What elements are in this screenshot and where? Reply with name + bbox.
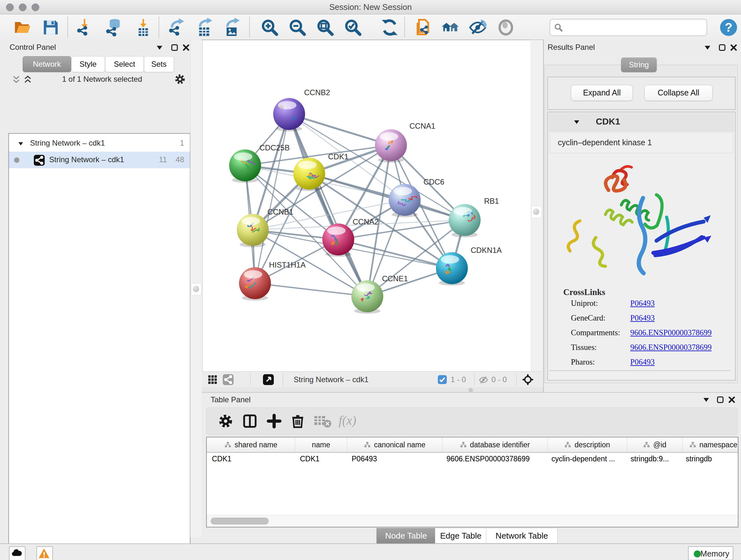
table-row[interactable]: CDK1CDK1P064939606.ENSP00000378699cyclin… — [207, 453, 738, 465]
selected-nodes-checkbox[interactable] — [438, 375, 447, 384]
column-header-sharedname[interactable]: shared name — [207, 437, 295, 452]
open-in-browser-icon[interactable] — [263, 374, 274, 385]
import-network-from-database-icon[interactable] — [105, 18, 123, 37]
collection-expand-caret-icon[interactable] — [17, 140, 24, 147]
left-splitter-handle[interactable] — [191, 283, 201, 295]
column-header-id[interactable]: @id — [627, 437, 683, 452]
zoom-selected-icon[interactable] — [344, 18, 362, 37]
expand-all-tree-icon[interactable] — [23, 75, 32, 84]
table-cell[interactable]: stringdb — [681, 453, 741, 465]
network-canvas[interactable]: CCNB2CCNA1CDC25BCDK1CDC6RB1CCNB1CCNA2CDK… — [202, 40, 531, 372]
refresh-view-icon[interactable] — [381, 18, 399, 37]
collapse-all-tree-icon[interactable] — [11, 75, 21, 84]
column-header-databaseidentifier[interactable]: database identifier — [442, 437, 548, 452]
crosslink-link[interactable]: 9606.ENSP00000378699 — [630, 328, 712, 337]
network-node-ccna1[interactable]: CCNA1 — [375, 122, 435, 163]
collapse-all-button[interactable]: Collapse All — [644, 85, 713, 101]
tab-style[interactable]: Style — [71, 56, 105, 72]
import-table-from-file-icon[interactable] — [134, 18, 152, 37]
right-splitter-handle[interactable] — [531, 206, 542, 218]
protein-collapse-caret-icon[interactable] — [573, 118, 581, 126]
warning-status-button[interactable] — [37, 546, 53, 560]
import-network-from-file-icon[interactable] — [75, 18, 94, 37]
float-panel-icon[interactable] — [716, 395, 724, 404]
left-splitter[interactable] — [190, 40, 202, 537]
tab-node-table[interactable]: Node Table — [377, 528, 435, 543]
column-header-namespace[interactable]: namespace — [683, 437, 741, 452]
search-input[interactable] — [565, 21, 703, 34]
export-table-icon[interactable] — [195, 18, 214, 37]
network-node-count: 11 — [159, 155, 167, 164]
close-panel-icon[interactable] — [182, 44, 190, 52]
network-node-ccnb1[interactable]: CCNB1 — [237, 207, 293, 247]
table-header-row[interactable]: shared namenamecanonical namedatabase id… — [207, 437, 738, 453]
table-cell[interactable]: 9606.ENSP00000378699 — [441, 453, 546, 465]
table-cell[interactable]: stringdb:9... — [625, 453, 681, 465]
table-options-gear-icon[interactable] — [218, 414, 233, 429]
tab-network-table[interactable]: Network Table — [486, 528, 557, 543]
tab-string[interactable]: String — [621, 57, 657, 72]
column-header-description[interactable]: description — [548, 437, 627, 452]
zoom-fit-icon[interactable] — [316, 18, 334, 37]
protein-header-row[interactable]: CDK1 — [549, 113, 734, 131]
table-cell[interactable]: cyclin-dependent ... — [546, 453, 625, 465]
panel-menu-caret-icon[interactable] — [155, 44, 164, 52]
search-field[interactable] — [549, 19, 707, 36]
zoom-in-icon[interactable] — [260, 18, 279, 37]
crosslink-link[interactable]: P06493 — [630, 299, 655, 308]
network-node-hist1h1a[interactable]: HIST1H1A — [239, 260, 306, 301]
fit-content-crosshair-icon[interactable] — [522, 374, 534, 385]
crosslink-link[interactable]: P06493 — [630, 358, 655, 367]
close-panel-icon[interactable] — [728, 395, 736, 404]
svg-text:?: ? — [725, 20, 732, 34]
crosslink-link[interactable]: P06493 — [630, 314, 655, 322]
table-cell[interactable]: CDK1 — [207, 453, 295, 465]
add-column-icon[interactable] — [266, 414, 282, 429]
show-all-icon[interactable] — [496, 18, 515, 37]
birds-eye-grid-icon[interactable] — [207, 374, 218, 385]
float-panel-icon[interactable] — [171, 44, 179, 52]
scrollbar-thumb[interactable] — [211, 517, 269, 524]
show-columns-icon[interactable] — [242, 414, 258, 429]
float-panel-icon[interactable] — [718, 44, 726, 52]
horizontal-scrollbar[interactable] — [207, 515, 738, 527]
network-edge[interactable] — [289, 114, 391, 145]
panel-menu-caret-icon[interactable] — [702, 395, 711, 404]
panel-menu-caret-icon[interactable] — [703, 44, 712, 52]
node-label: CDC6 — [423, 178, 444, 186]
tab-edge-table[interactable]: Edge Table — [435, 528, 487, 543]
open-session-icon[interactable] — [13, 18, 32, 37]
table-cell[interactable]: CDK1 — [295, 453, 347, 465]
first-neighbors-icon[interactable] — [441, 18, 460, 37]
right-splitter[interactable] — [530, 40, 542, 371]
network-node-cdkn1a[interactable]: CDKN1A — [436, 246, 502, 286]
network-row-selected[interactable]: String Network – cdk1 11 48 — [9, 152, 190, 168]
horizontal-splitter-handle[interactable] — [468, 388, 473, 392]
export-network-icon[interactable] — [167, 18, 186, 37]
network-node-rb1[interactable]: RB1 — [449, 197, 499, 238]
network-list-options-gear-icon[interactable] — [174, 73, 186, 85]
table-cell[interactable]: P06493 — [347, 453, 441, 465]
tab-select[interactable]: Select — [105, 56, 144, 72]
column-header-name[interactable]: name — [295, 437, 347, 452]
new-network-from-selection-icon[interactable] — [414, 18, 432, 37]
column-header-canonicalname[interactable]: canonical name — [347, 437, 442, 452]
crosslink-link[interactable]: 9606.ENSP00000378699 — [630, 343, 712, 352]
crosslink-label: Uniprot: — [571, 299, 598, 308]
memory-button[interactable]: Memory — [688, 546, 733, 560]
tab-network[interactable]: Network — [23, 56, 71, 72]
cloud-status-button[interactable] — [9, 546, 25, 560]
tab-sets[interactable]: Sets — [144, 56, 174, 72]
zoom-out-icon[interactable] — [288, 18, 307, 37]
crosslink-label: Compartments: — [571, 328, 620, 337]
export-image-icon[interactable] — [223, 18, 241, 37]
hide-selected-icon[interactable] — [468, 18, 487, 37]
network-edge[interactable] — [255, 283, 367, 296]
close-panel-icon[interactable] — [730, 44, 738, 52]
network-collection-row[interactable]: String Network – cdk1 1 — [9, 135, 190, 152]
delete-column-icon[interactable] — [290, 414, 306, 429]
network-type-share-icon[interactable] — [223, 374, 233, 385]
save-session-icon[interactable] — [42, 18, 60, 37]
help-icon[interactable]: ? — [719, 18, 738, 37]
expand-all-button[interactable]: Expand All — [571, 85, 633, 101]
